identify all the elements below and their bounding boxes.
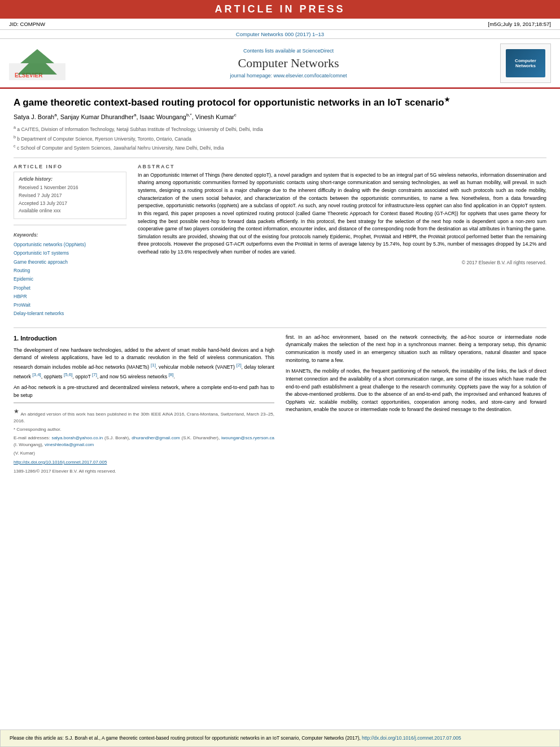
body-col2-p1: first. In an ad-hoc environment, based o… xyxy=(286,334,546,365)
title-text: A game theoretic context-based routing p… xyxy=(14,97,444,108)
kw-2: Opportunistic IoT systems xyxy=(14,249,126,257)
cn-logo-box: ComputerNetworks xyxy=(500,43,551,83)
body-col-left: 1. Introduction The development of new h… xyxy=(14,334,274,475)
issn-section: 1389-1286/© 2017 Elsevier B.V. All right… xyxy=(14,468,274,475)
footnote-corresponding: * Corresponding author. xyxy=(14,426,274,433)
main-content: A game theoretic context-based routing p… xyxy=(0,89,560,490)
body-p2: An ad-hoc network is a pre-structured an… xyxy=(14,384,274,399)
journal-homepage: journal homepage: www.elsevier.com/locat… xyxy=(77,73,500,78)
kw-6: Prophet xyxy=(14,284,126,292)
journal-info-bar: Computer Networks 000 (2017) 1–13 xyxy=(0,29,560,39)
body-col2-p2: In MANETs, the mobility of nodes, the fr… xyxy=(286,368,546,414)
journal-name: Computer Networks xyxy=(77,56,500,71)
kw-4: Routing xyxy=(14,267,126,275)
footnote-emails: E-mail addresses: satya.borah@yahoo.co.i… xyxy=(14,435,274,448)
body-two-col: 1. Introduction The development of new h… xyxy=(14,334,546,475)
kw-8: ProWait xyxy=(14,301,126,309)
keywords-label: Keywords: xyxy=(14,231,126,239)
kw-9: Delay-tolerant networks xyxy=(14,309,126,318)
kw-3: Game theoretic approach xyxy=(14,258,126,267)
affil-a: a a CAITES, Division of Information Tech… xyxy=(14,125,546,133)
keywords-box: Keywords: Opportunistic networks (OppNet… xyxy=(14,231,126,318)
email-2[interactable]: dhurandher@gmail.com xyxy=(132,435,180,440)
kw-5: Epidemic xyxy=(14,275,126,283)
divider-2 xyxy=(14,327,546,328)
kw-1: Opportunistic networks (OppNets) xyxy=(14,241,126,249)
body-p1: The development of new hardware technolo… xyxy=(14,347,274,381)
svg-marker-2 xyxy=(18,49,57,75)
article-info-heading: ARTICLE INFO xyxy=(14,164,126,169)
revised2-date: Accepted 13 July 2017 xyxy=(19,200,67,206)
revised1-date: Revised 7 July 2017 xyxy=(19,193,62,198)
abstract-heading: ABSTRACT xyxy=(138,164,546,169)
citation-bar: Please cite this article as: S.J. Borah … xyxy=(0,729,560,747)
citation-doi-link[interactable]: http://dx.doi.org/10.1016/j.comnet.2017.… xyxy=(362,735,461,741)
authors-line: Satya J. Boraha, Sanjay Kumar Dhurandher… xyxy=(14,112,546,120)
citation-text: Please cite this article as: S.J. Borah … xyxy=(10,735,361,741)
footnotes: ★ An abridged version of this work has b… xyxy=(14,403,274,475)
history-label: Article history: xyxy=(19,176,121,184)
email-1[interactable]: satya.borah@yahoo.co.in xyxy=(51,435,103,440)
doi-section: http://dx.doi.org/10.1016/j.comnet.2017.… xyxy=(14,459,274,466)
abstract-text: In an Opportunistic Internet of Things (… xyxy=(138,172,546,256)
abstract-col: ABSTRACT In an Opportunistic Internet of… xyxy=(138,164,546,318)
header-section: ELSEVIER Contents lists available at Sci… xyxy=(0,39,560,89)
divider-1 xyxy=(14,158,546,158)
body-col-right: first. In an ad-hoc environment, based o… xyxy=(286,334,546,475)
footnote-star: ★ An abridged version of this work has b… xyxy=(14,407,274,425)
footnote-v-kumar: (V. Kumar) xyxy=(14,450,274,457)
divider-keywords xyxy=(14,225,126,225)
jid-text: JID: COMPNW xyxy=(9,21,45,27)
received-date: Received 1 November 2016 xyxy=(19,185,78,190)
cn-logo-inner: ComputerNetworks xyxy=(506,49,545,77)
copyright-line: © 2017 Elsevier B.V. All rights reserved… xyxy=(138,260,546,265)
article-history-box: Article history: Received 1 November 201… xyxy=(14,172,126,219)
sciencedirect-text: Contents lists available at ScienceDirec… xyxy=(77,48,500,54)
journal-ref-text: Computer Networks 000 (2017) 1–13 xyxy=(236,31,324,37)
article-in-press-banner: ARTICLE IN PRESS xyxy=(0,0,560,19)
available-online: Available online xxx xyxy=(19,208,61,213)
article-info-col: ARTICLE INFO Article history: Received 1… xyxy=(14,164,126,318)
article-info-abstract: ARTICLE INFO Article history: Received 1… xyxy=(14,164,546,318)
affiliations: a a CAITES, Division of Information Tech… xyxy=(14,125,546,152)
star-symbol: ★ xyxy=(444,96,450,103)
article-title: A game theoretic context-based routing p… xyxy=(14,95,546,109)
affil-c: c c School of Computer and System Scienc… xyxy=(14,143,546,152)
doi-link[interactable]: http://dx.doi.org/10.1016/j.comnet.2017.… xyxy=(14,460,107,465)
timestamp-text: [m5G;July 19, 2017;18:57] xyxy=(488,21,551,27)
elsevier-logo: ELSEVIER xyxy=(9,46,65,80)
jid-line: JID: COMPNW [m5G;July 19, 2017;18:57] xyxy=(0,19,560,29)
journal-title-center: Contents lists available at ScienceDirec… xyxy=(77,48,500,78)
section1-title: 1. Introduction xyxy=(14,334,274,343)
email-3[interactable]: iwoungan@scs.ryerson.ca xyxy=(221,435,274,440)
affil-b: b b Department of Computer Science, Ryer… xyxy=(14,134,546,143)
kw-7: HBPR xyxy=(14,292,126,301)
email-4[interactable]: vineshteotia@gmail.com xyxy=(45,442,94,447)
